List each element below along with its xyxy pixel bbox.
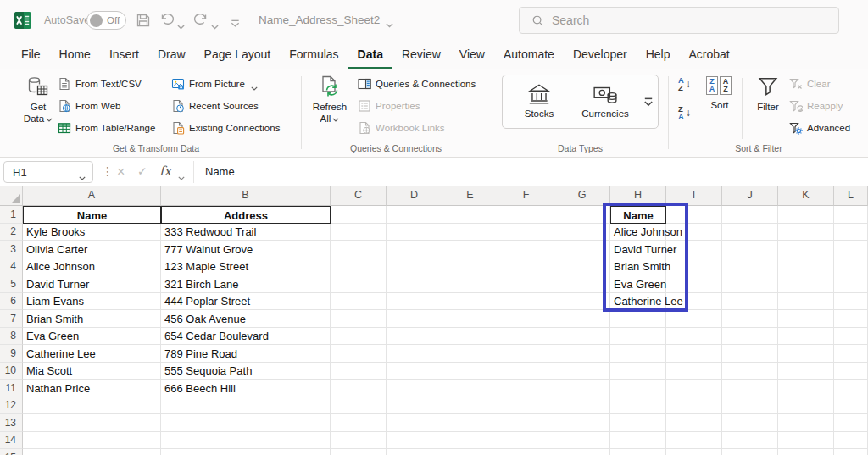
cell-C6[interactable] [331, 293, 387, 311]
cell-E15[interactable] [442, 449, 498, 455]
cell-K15[interactable] [778, 449, 834, 455]
cell-B5[interactable]: 321 Birch Lane [161, 275, 331, 293]
cell-B12[interactable] [161, 397, 331, 415]
currencies-button[interactable]: Currencies [572, 80, 638, 119]
tab-insert[interactable]: Insert [100, 41, 148, 69]
cell-K14[interactable] [778, 432, 834, 450]
cell-E10[interactable] [442, 363, 498, 380]
cell-F3[interactable] [498, 241, 554, 258]
cell-K1[interactable] [778, 206, 834, 224]
from-table-range-button[interactable]: From Table/Range [58, 119, 155, 137]
from-web-button[interactable]: From Web [58, 97, 120, 115]
cell-G9[interactable] [554, 345, 610, 363]
cell-F6[interactable] [498, 293, 554, 311]
enter-icon[interactable]: ✓ [137, 164, 147, 178]
column-header-C[interactable]: C [331, 186, 387, 206]
cell-G11[interactable] [554, 380, 610, 397]
name-box[interactable]: H1 [3, 161, 93, 183]
cell-B13[interactable] [161, 414, 331, 432]
search-box[interactable] [519, 7, 839, 34]
cell-C11[interactable] [331, 380, 387, 397]
cell-J5[interactable] [722, 275, 778, 293]
cell-C3[interactable] [331, 241, 387, 258]
cell-E9[interactable] [442, 345, 498, 363]
cell-B8[interactable]: 654 Cedar Boulevard [161, 328, 331, 346]
cell-D5[interactable] [387, 275, 442, 293]
redo-button[interactable] [193, 13, 209, 28]
tab-formulas[interactable]: Formulas [280, 41, 348, 69]
cell-I1[interactable] [666, 206, 722, 224]
column-header-L[interactable]: L [834, 186, 868, 206]
from-picture-button[interactable]: From Picture [171, 75, 258, 93]
cell-E1[interactable] [442, 206, 498, 224]
tab-view[interactable]: View [450, 41, 494, 69]
column-header-B[interactable]: B [161, 186, 331, 206]
properties-button[interactable]: Properties [358, 97, 420, 115]
cell-B15[interactable] [161, 449, 331, 455]
cell-J4[interactable] [722, 258, 778, 276]
undo-dropdown-chevron-icon[interactable] [177, 18, 185, 23]
tab-draw[interactable]: Draw [148, 41, 195, 69]
cell-H3[interactable]: David Turner [610, 241, 666, 258]
cell-H12[interactable] [610, 397, 666, 415]
row-header-4[interactable]: 4 [0, 258, 23, 276]
cell-L4[interactable] [834, 258, 868, 276]
row-header-10[interactable]: 10 [0, 363, 23, 380]
cell-G1[interactable] [554, 206, 610, 224]
select-all-button[interactable] [0, 186, 23, 206]
row-header-15[interactable]: 15 [0, 449, 23, 455]
insert-function-icon[interactable]: fx [159, 164, 171, 179]
cell-D12[interactable] [387, 397, 442, 415]
cell-C12[interactable] [331, 397, 387, 415]
column-header-K[interactable]: K [778, 186, 834, 206]
cell-A2[interactable]: Kyle Brooks [23, 224, 161, 241]
cell-D1[interactable] [387, 206, 442, 224]
cell-E13[interactable] [442, 414, 498, 432]
cell-J10[interactable] [722, 363, 778, 380]
cell-F11[interactable] [498, 380, 554, 397]
cell-D11[interactable] [387, 380, 442, 397]
cell-G5[interactable] [554, 275, 610, 293]
cell-H13[interactable] [610, 414, 666, 432]
cell-C1[interactable] [331, 206, 387, 224]
queries-connections-button[interactable]: Queries & Connections [358, 75, 476, 93]
cell-G14[interactable] [554, 432, 610, 450]
cell-F8[interactable] [498, 328, 554, 346]
cell-H7[interactable] [610, 310, 666, 328]
cell-I11[interactable] [666, 380, 722, 397]
cell-G8[interactable] [554, 328, 610, 346]
cell-G7[interactable] [554, 310, 610, 328]
sort-descending-button[interactable]: ZA ↓ [678, 105, 691, 120]
cell-D7[interactable] [387, 310, 442, 328]
cell-E6[interactable] [442, 293, 498, 311]
tab-data[interactable]: Data [348, 41, 392, 69]
cell-A15[interactable] [23, 449, 161, 455]
advanced-button[interactable]: Advanced [789, 119, 850, 137]
cell-C13[interactable] [331, 414, 387, 432]
tab-developer[interactable]: Developer [564, 41, 637, 69]
cell-K13[interactable] [778, 414, 834, 432]
row-header-3[interactable]: 3 [0, 241, 23, 258]
cell-I15[interactable] [666, 449, 722, 455]
cell-I4[interactable] [666, 258, 722, 276]
cell-L14[interactable] [834, 432, 868, 450]
cell-L2[interactable] [834, 224, 868, 241]
stocks-button[interactable]: Stocks [506, 80, 572, 119]
sort-ascending-button[interactable]: AZ ↓ [678, 76, 691, 92]
existing-connections-button[interactable]: Existing Connections [171, 119, 280, 137]
cell-J6[interactable] [722, 293, 778, 311]
cell-H5[interactable]: Eva Green [610, 275, 666, 293]
cell-B10[interactable]: 555 Sequoia Path [161, 363, 331, 380]
cell-L7[interactable] [834, 310, 868, 328]
recent-sources-button[interactable]: Recent Sources [171, 97, 259, 115]
cell-A11[interactable]: Nathan Price [23, 380, 161, 397]
cell-C5[interactable] [331, 275, 387, 293]
cell-K4[interactable] [778, 258, 834, 276]
tab-automate[interactable]: Automate [494, 41, 564, 69]
cell-J1[interactable] [722, 206, 778, 224]
cell-H8[interactable] [610, 328, 666, 346]
cell-L9[interactable] [834, 345, 868, 363]
cell-J8[interactable] [722, 328, 778, 346]
cell-A10[interactable]: Mia Scott [23, 363, 161, 380]
cell-D3[interactable] [387, 241, 442, 258]
